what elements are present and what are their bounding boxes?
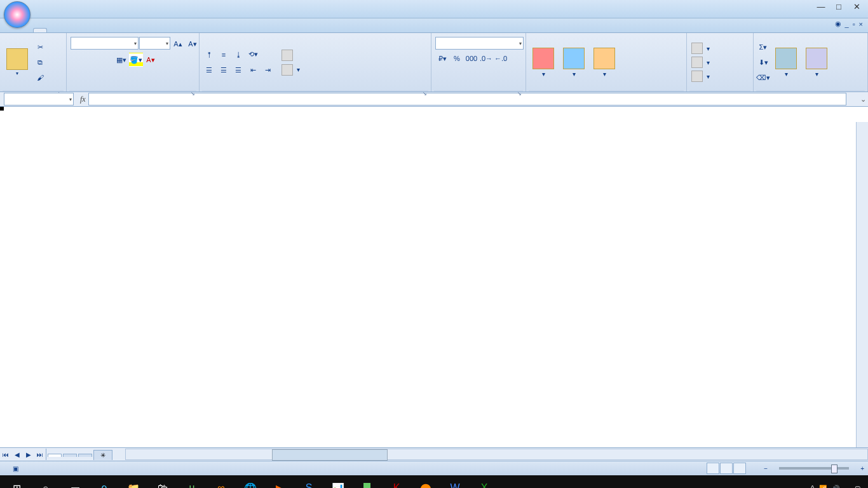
name-box[interactable]	[4, 93, 74, 105]
font-size-combo[interactable]	[139, 37, 170, 50]
decrease-decimal-button[interactable]: ←.0	[494, 51, 508, 65]
tray-notifications-icon[interactable]: ▢	[855, 485, 860, 489]
copy-button[interactable]: ⧉	[33, 55, 47, 69]
view-layout-button[interactable]	[720, 463, 733, 474]
tab-formulas[interactable]	[72, 29, 85, 32]
taskbar-app[interactable]: ⬤	[412, 475, 440, 488]
vertical-scrollbar[interactable]	[856, 122, 868, 447]
view-pagebreak-button[interactable]	[733, 463, 746, 474]
qat-more-icon[interactable]	[76, 4, 86, 14]
taskbar-app[interactable]: 🛍	[149, 475, 177, 488]
number-format-combo[interactable]	[435, 37, 524, 50]
taskbar-app[interactable]: K	[383, 475, 410, 488]
tray-network-icon[interactable]: 📶	[819, 485, 827, 489]
minimize-ribbon-icon[interactable]: _	[845, 20, 849, 28]
sheet-nav-first[interactable]: ⏮	[0, 449, 11, 460]
border-button[interactable]: ▦▾	[114, 53, 128, 67]
start-button[interactable]: ⊞	[3, 475, 31, 488]
taskbar-app[interactable]: µ	[178, 475, 206, 488]
align-right-button[interactable]: ☰	[231, 64, 245, 78]
restore-window-icon[interactable]: ▫	[853, 20, 855, 28]
font-color-button[interactable]: A▾	[144, 53, 158, 67]
search-button[interactable]: ⌕	[32, 475, 60, 488]
tab-insert[interactable]	[47, 29, 60, 32]
macro-record-icon[interactable]: ▣	[13, 465, 18, 472]
cell-styles-button[interactable]: ▾	[590, 46, 619, 79]
taskbar-app[interactable]: 🌐	[236, 475, 264, 488]
align-launcher[interactable]: ↘	[423, 91, 427, 97]
align-top-button[interactable]: ⭱	[202, 48, 216, 62]
close-workbook-icon[interactable]: ×	[859, 20, 863, 28]
underline-button[interactable]	[100, 53, 114, 67]
delete-cells-button[interactable]: ▾	[689, 56, 712, 69]
sheet-tab-1[interactable]	[48, 454, 62, 457]
italic-button[interactable]	[85, 53, 99, 67]
wrap-text-button[interactable]	[280, 49, 302, 62]
conditional-format-button[interactable]: ▾	[529, 46, 558, 79]
taskbar-app[interactable]: ⛊	[353, 475, 381, 488]
sheet-nav-prev[interactable]: ◀	[11, 449, 23, 460]
tab-data[interactable]	[85, 29, 98, 32]
decrease-indent-button[interactable]: ⇤	[246, 64, 260, 78]
tab-pagelayout[interactable]	[60, 29, 72, 32]
tray-expand-icon[interactable]: ^	[811, 485, 814, 489]
font-name-combo[interactable]	[71, 37, 139, 50]
tab-review[interactable]	[98, 29, 111, 32]
sheet-nav-last[interactable]: ⏭	[34, 449, 46, 460]
grow-font-button[interactable]: A▴	[171, 37, 185, 51]
number-launcher[interactable]: ↘	[517, 91, 522, 97]
paste-button[interactable]: ▾	[3, 47, 32, 78]
merge-center-button[interactable]: ▾	[280, 64, 302, 76]
percent-format-button[interactable]: %	[450, 51, 464, 65]
autosum-button[interactable]: Σ▾	[756, 40, 770, 54]
view-normal-button[interactable]	[707, 463, 719, 474]
taskbar-app[interactable]: e	[90, 475, 118, 488]
zoom-out-button[interactable]: −	[764, 465, 768, 472]
expand-formula-bar-icon[interactable]: ⌄	[858, 95, 868, 104]
taskbar-app[interactable]: X	[470, 475, 498, 488]
tab-home[interactable]	[33, 28, 47, 32]
help-icon[interactable]: ◉	[835, 20, 841, 28]
comma-format-button[interactable]: 000	[465, 51, 478, 65]
horizontal-scrollbar[interactable]	[125, 449, 868, 460]
tab-view[interactable]	[111, 29, 123, 32]
font-launcher[interactable]: ↘	[191, 91, 195, 97]
fill-color-button[interactable]: 🪣▾	[129, 53, 143, 67]
increase-indent-button[interactable]: ⇥	[261, 64, 275, 78]
taskbar-app[interactable]: 📊	[324, 475, 352, 488]
increase-decimal-button[interactable]: .0→	[479, 51, 493, 65]
shrink-font-button[interactable]: A▾	[186, 37, 200, 51]
save-icon[interactable]	[34, 4, 44, 14]
taskbar-app[interactable]: ∞	[207, 475, 235, 488]
align-left-button[interactable]: ☰	[202, 64, 216, 78]
close-button[interactable]: ✕	[848, 0, 865, 13]
fx-icon[interactable]: fx	[80, 95, 86, 104]
format-cells-button[interactable]: ▾	[689, 70, 712, 83]
redo-icon[interactable]	[62, 4, 72, 14]
task-view-button[interactable]: ▭	[61, 475, 89, 488]
bold-button[interactable]	[71, 53, 85, 67]
undo-icon[interactable]	[48, 4, 58, 14]
format-painter-button[interactable]: 🖌	[33, 71, 47, 85]
new-sheet-button[interactable]: ✳	[93, 450, 112, 460]
sheet-tab-2[interactable]	[63, 454, 77, 457]
formula-bar[interactable]	[88, 93, 846, 105]
sheet-tab-3[interactable]	[78, 454, 92, 457]
tray-volume-icon[interactable]: 🔊	[832, 485, 839, 489]
format-as-table-button[interactable]: ▾	[559, 46, 588, 79]
sheet-nav-next[interactable]: ▶	[23, 449, 34, 460]
office-button[interactable]	[4, 1, 31, 28]
accounting-format-button[interactable]: ₽▾	[435, 51, 449, 65]
taskbar-app[interactable]: S	[295, 475, 323, 488]
taskbar-app[interactable]: W	[441, 475, 469, 488]
zoom-slider[interactable]	[779, 467, 849, 470]
maximize-button[interactable]: □	[830, 0, 848, 13]
taskbar-app[interactable]: 📁	[119, 475, 147, 488]
zoom-in-button[interactable]: +	[860, 465, 864, 472]
taskbar-app[interactable]: ▶	[266, 475, 294, 488]
sort-filter-button[interactable]: ▾	[771, 46, 801, 79]
fill-button[interactable]: ⬇▾	[756, 55, 770, 69]
orientation-button[interactable]: ⟲▾	[246, 48, 260, 62]
tab-developer[interactable]	[123, 29, 136, 32]
find-select-button[interactable]: ▾	[802, 46, 831, 79]
